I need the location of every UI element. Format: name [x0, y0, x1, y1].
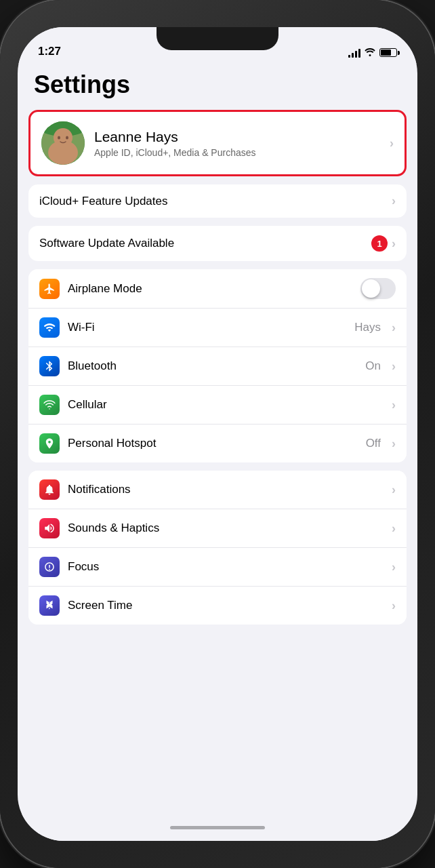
- sounds-haptics-chevron-icon: ›: [392, 521, 396, 536]
- focus-label: Focus: [68, 560, 384, 574]
- settings-content[interactable]: Settings: [18, 64, 417, 814]
- wifi-value: Hays: [354, 321, 381, 334]
- personal-hotspot-row[interactable]: Personal Hotspot Off ›: [28, 425, 407, 462]
- cellular-label: Cellular: [68, 398, 384, 412]
- sounds-haptics-label: Sounds & Haptics: [68, 521, 384, 535]
- sounds-haptics-row[interactable]: Sounds & Haptics ›: [28, 509, 407, 548]
- svg-point-3: [48, 140, 78, 165]
- sounds-haptics-icon: [39, 518, 60, 538]
- cellular-row[interactable]: Cellular ›: [28, 386, 407, 425]
- wifi-chevron-icon: ›: [392, 321, 396, 335]
- personal-hotspot-chevron-icon: ›: [392, 437, 396, 451]
- page-title: Settings: [18, 64, 417, 110]
- focus-icon: [39, 557, 60, 577]
- software-update-label: Software Update Available: [39, 237, 371, 250]
- icloud-feature-row[interactable]: iCloud+ Feature Updates ›: [28, 184, 407, 218]
- icloud-feature-label: iCloud+ Feature Updates: [39, 195, 392, 208]
- icloud-feature-chevron-icon: ›: [392, 194, 396, 208]
- signal-icon: [348, 48, 360, 58]
- software-update-row[interactable]: Software Update Available 1 ›: [28, 226, 407, 261]
- notifications-section: Notifications › Sounds & Haptics ›: [28, 471, 407, 625]
- focus-chevron-icon: ›: [392, 560, 396, 574]
- personal-hotspot-value: Off: [366, 437, 381, 450]
- avatar: [41, 121, 85, 165]
- airplane-mode-row[interactable]: Airplane Mode: [28, 269, 407, 309]
- bluetooth-label: Bluetooth: [68, 359, 357, 373]
- svg-point-4: [58, 136, 60, 140]
- status-icons: [348, 47, 397, 58]
- profile-subtitle: Apple ID, iCloud+, Media & Purchases: [94, 147, 380, 158]
- notifications-label: Notifications: [68, 483, 384, 496]
- airplane-mode-label: Airplane Mode: [68, 282, 352, 296]
- icloud-section: iCloud+ Feature Updates ›: [28, 184, 407, 218]
- screen-time-label: Screen Time: [68, 599, 384, 612]
- cellular-chevron-icon: ›: [392, 398, 396, 412]
- bluetooth-chevron-icon: ›: [392, 359, 396, 374]
- notifications-row[interactable]: Notifications ›: [28, 471, 407, 509]
- personal-hotspot-icon: [39, 433, 60, 454]
- connectivity-section: Airplane Mode Wi-Fi Hays ›: [28, 269, 407, 462]
- notifications-icon: [39, 479, 60, 500]
- wifi-status-icon: [365, 47, 375, 58]
- software-update-section: Software Update Available 1 ›: [28, 226, 407, 261]
- airplane-mode-toggle[interactable]: [360, 278, 396, 299]
- profile-card[interactable]: Leanne Hays Apple ID, iCloud+, Media & P…: [28, 110, 407, 176]
- profile-info: Leanne Hays Apple ID, iCloud+, Media & P…: [94, 128, 380, 157]
- phone-frame: 1:27: [0, 0, 435, 868]
- software-update-chevron-icon: ›: [392, 237, 396, 251]
- screen-time-chevron-icon: ›: [392, 599, 396, 613]
- bluetooth-row[interactable]: Bluetooth On ›: [28, 347, 407, 386]
- status-time: 1:27: [38, 45, 61, 58]
- update-badge: 1: [371, 235, 388, 252]
- svg-point-5: [66, 136, 68, 140]
- screen-time-icon: [39, 595, 60, 616]
- home-indicator: [18, 814, 417, 841]
- notch: [157, 27, 278, 50]
- phone-screen: 1:27: [18, 27, 417, 841]
- wifi-icon: [39, 317, 60, 338]
- focus-row[interactable]: Focus ›: [28, 548, 407, 587]
- battery-icon: [379, 48, 397, 57]
- home-bar: [170, 826, 265, 829]
- screen-time-row[interactable]: Screen Time ›: [28, 587, 407, 625]
- airplane-mode-icon: [39, 279, 60, 299]
- profile-chevron-icon: ›: [390, 136, 394, 151]
- profile-name: Leanne Hays: [94, 128, 380, 145]
- personal-hotspot-label: Personal Hotspot: [68, 437, 358, 450]
- wifi-row[interactable]: Wi-Fi Hays ›: [28, 309, 407, 347]
- notifications-chevron-icon: ›: [392, 483, 396, 497]
- wifi-label: Wi-Fi: [68, 321, 346, 334]
- bluetooth-icon: [39, 356, 60, 376]
- cellular-icon: [39, 395, 60, 415]
- bluetooth-value: On: [365, 359, 381, 373]
